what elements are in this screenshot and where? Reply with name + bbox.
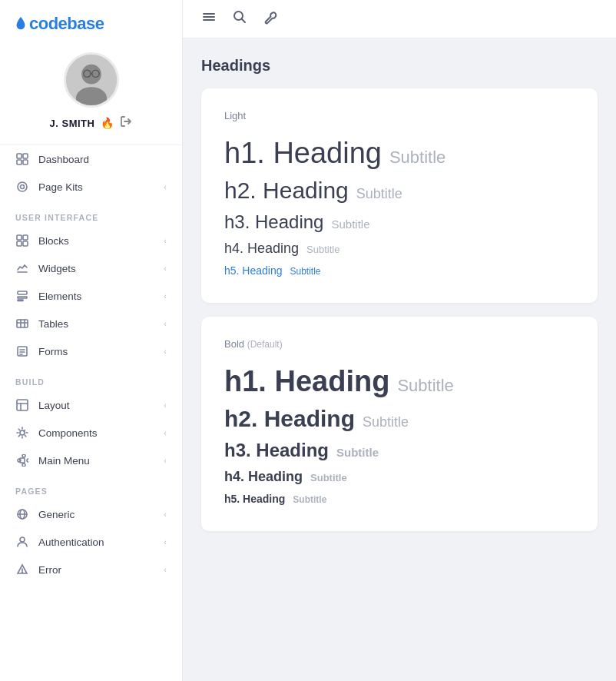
components-label: Components [38,427,164,439]
card-bold: Bold (Default) h1. Heading Subtitle h2. … [201,317,598,531]
heading-h3-light: h3. Heading Subtitle [224,211,575,233]
components-arrow: ‹ [164,428,167,437]
heading-h4-main: h4. Heading [224,241,299,257]
heading-h2-bold: h2. Heading Subtitle [224,406,575,432]
heading-h1-bold-sub: Subtitle [397,376,453,396]
section-title-build: BUILD [0,365,182,391]
sidebar: codebase J. SMITH 🔥 [0,0,183,681]
sidebar-item-elements[interactable]: Elements ‹ [0,282,182,310]
heading-h2-light: h2. Heading Subtitle [224,178,575,204]
heading-h1-sub: Subtitle [389,148,445,168]
main-menu-label: Main Menu [38,455,164,467]
svg-rect-19 [18,300,23,301]
section-title-ui: USER INTERFACE [0,201,182,227]
svg-line-44 [242,19,245,22]
svg-point-1 [81,65,101,85]
main-content: Headings Light h1. Heading Subtitle h2. … [183,0,616,681]
card-label-light: Light [224,110,575,121]
sidebar-item-main-menu[interactable]: Main Menu ‹ [0,447,182,474]
heading-h4-bold-sub: Subtitle [310,472,347,483]
svg-rect-14 [17,241,22,246]
heading-h3-bold-sub: Subtitle [336,446,379,459]
forms-arrow: ‹ [164,347,167,356]
sidebar-item-components[interactable]: Components ‹ [0,419,182,447]
elements-arrow: ‹ [164,291,167,301]
svg-rect-6 [17,154,22,158]
sidebar-item-layout[interactable]: Layout ‹ [0,391,182,419]
heading-h2-main: h2. Heading [224,178,349,204]
topbar [183,0,616,38]
authentication-label: Authentication [38,536,164,548]
search-icon[interactable] [232,9,247,28]
page-kits-icon [15,180,29,194]
generic-label: Generic [38,509,164,520]
widgets-icon [15,261,29,275]
sidebar-item-widgets[interactable]: Widgets ‹ [0,254,182,282]
sidebar-item-blocks[interactable]: Blocks ‹ [0,227,182,254]
heading-h1-light: h1. Heading Subtitle [224,137,575,170]
svg-rect-12 [17,235,22,240]
nav-section-build: BUILD Layout ‹ Components ‹ [0,365,182,474]
nav-section-main: Dashboard Page Kits ‹ [0,145,182,201]
svg-point-10 [18,182,27,191]
widgets-label: Widgets [38,263,164,274]
wrench-icon[interactable] [263,9,278,28]
generic-arrow: ‹ [164,510,167,519]
sidebar-item-generic[interactable]: Generic ‹ [0,500,182,528]
svg-rect-17 [18,291,27,294]
nav-section-user-interface: USER INTERFACE Blocks ‹ Widgets [0,201,182,365]
heading-h3-sub: Subtitle [331,218,369,231]
svg-point-36 [20,537,25,542]
heading-h5-bold: h5. Heading Subtitle [224,493,575,505]
logo: codebase [0,0,182,45]
components-icon [15,426,29,440]
svg-rect-18 [18,297,27,298]
svg-rect-7 [23,154,28,158]
sidebar-item-tables[interactable]: Tables ‹ [0,310,182,337]
heading-h5-sub: Subtitle [290,266,321,277]
heading-h4-bold-main: h4. Heading [224,469,303,485]
sidebar-item-error[interactable]: Error ‹ [0,556,182,583]
svg-point-11 [21,185,25,189]
heading-h4-light: h4. Heading Subtitle [224,241,575,257]
tables-icon [15,317,29,331]
elements-icon [15,289,29,303]
avatar [64,52,119,108]
heading-h3-bold: h3. Heading Subtitle [224,440,575,461]
dashboard-icon [15,152,29,166]
main-menu-icon [15,453,29,467]
forms-icon [15,344,29,358]
heading-h2-bold-sub: Subtitle [363,414,409,430]
logout-icon[interactable] [120,115,132,131]
page-title: Headings [201,57,598,75]
svg-rect-8 [17,160,22,164]
heading-h5-bold-sub: Subtitle [293,494,326,505]
heading-h1-bold-main: h1. Heading [224,365,389,398]
error-label: Error [38,564,164,576]
user-profile: J. SMITH 🔥 [0,45,182,145]
svg-rect-15 [23,241,28,246]
blocks-arrow: ‹ [164,236,167,245]
user-info: J. SMITH 🔥 [50,115,133,131]
sidebar-item-forms[interactable]: Forms ‹ [0,337,182,365]
card-label-bold: Bold (Default) [224,338,575,350]
menu-icon[interactable] [201,9,217,28]
main-menu-arrow: ‹ [164,456,167,465]
sidebar-item-page-kits[interactable]: Page Kits ‹ [0,173,182,201]
card-label-bold-suffix: (Default) [247,339,283,350]
svg-point-39 [22,572,23,573]
page-kits-label: Page Kits [38,181,164,193]
sidebar-item-authentication[interactable]: Authentication ‹ [0,528,182,556]
heading-h2-bold-main: h2. Heading [224,406,355,432]
heading-h1-bold: h1. Heading Subtitle [224,365,575,398]
heading-h4-bold: h4. Heading Subtitle [224,469,575,485]
heading-h3-bold-main: h3. Heading [224,440,329,461]
dashboard-label: Dashboard [38,154,167,165]
generic-icon [15,507,29,521]
sidebar-item-dashboard[interactable]: Dashboard [0,145,182,173]
tables-label: Tables [38,318,164,330]
svg-rect-28 [17,400,28,410]
error-arrow: ‹ [164,565,167,574]
blocks-icon [15,234,29,247]
user-name: J. SMITH [50,118,95,129]
